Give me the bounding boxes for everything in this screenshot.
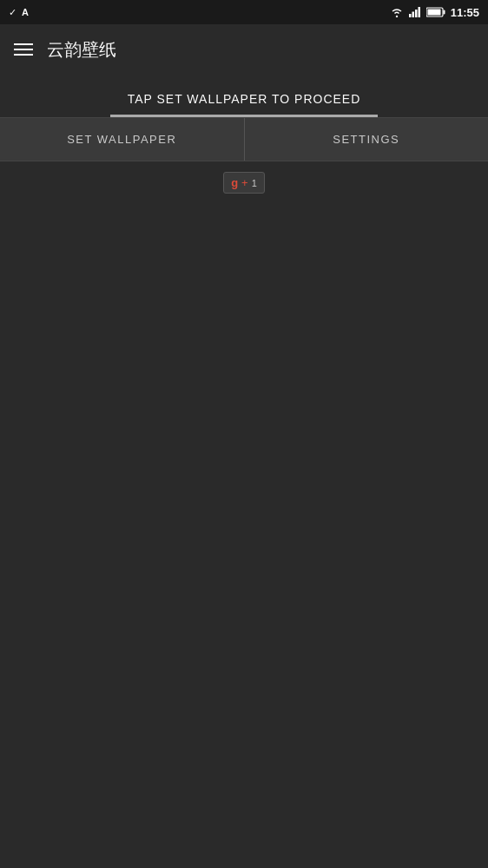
gplus-g-text: g — [231, 176, 238, 189]
check-icon: ✓ — [9, 7, 16, 18]
hamburger-line-3 — [14, 54, 33, 56]
hamburger-line-1 — [14, 43, 33, 45]
svg-rect-2 — [412, 12, 414, 18]
tab-bar: TAP SET WALLPAPER TO PROCEED — [0, 75, 488, 118]
a-icon: A — [22, 7, 29, 17]
svg-rect-1 — [409, 14, 412, 17]
hamburger-line-2 — [14, 49, 33, 50]
active-tab-label[interactable]: TAP SET WALLPAPER TO PROCEED — [110, 92, 379, 117]
app-bar: 云韵壁纸 — [0, 24, 488, 75]
svg-rect-4 — [418, 7, 420, 17]
app-title: 云韵壁纸 — [47, 38, 116, 62]
status-bar: ✓ A 11:55 — [0, 0, 488, 24]
svg-rect-3 — [415, 10, 418, 17]
gplus-one-text: 1 — [252, 178, 257, 188]
status-bar-right: 11:55 — [390, 6, 479, 19]
battery-icon — [426, 7, 445, 17]
status-bar-left: ✓ A — [9, 7, 29, 18]
hamburger-menu-button[interactable] — [14, 43, 33, 56]
settings-button[interactable]: SETTINGS — [245, 118, 489, 161]
svg-rect-7 — [427, 10, 440, 16]
signal-icon — [409, 7, 421, 17]
time-display: 11:55 — [451, 6, 479, 19]
set-wallpaper-button[interactable]: SET WALLPAPER — [0, 118, 245, 161]
wifi-icon — [390, 7, 404, 17]
svg-point-0 — [396, 16, 398, 17]
gplus-plus-text: + — [241, 176, 248, 189]
action-row: SET WALLPAPER SETTINGS — [0, 118, 488, 161]
svg-rect-6 — [443, 10, 445, 15]
gplus-row: g + 1 — [0, 161, 488, 204]
google-plus-button[interactable]: g + 1 — [223, 172, 265, 194]
